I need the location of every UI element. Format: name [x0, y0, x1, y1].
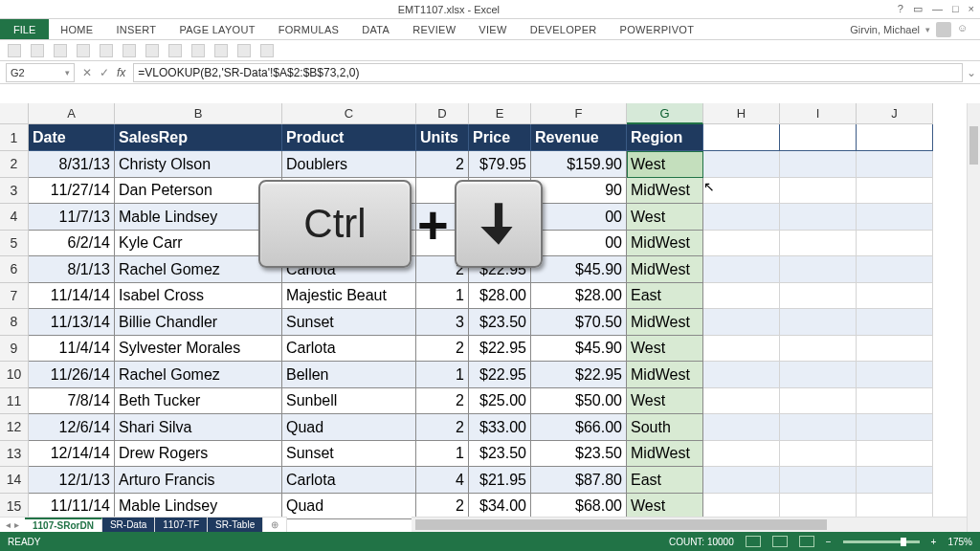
cell[interactable]: 2 [416, 414, 469, 441]
row-header[interactable]: 2 [0, 151, 29, 178]
cell[interactable]: Beth Tucker [115, 388, 282, 415]
column-header[interactable]: D [416, 103, 469, 124]
cell[interactable]: South [627, 414, 703, 441]
cell[interactable] [703, 309, 780, 336]
cell[interactable] [857, 414, 933, 441]
expand-formula-icon[interactable]: ⌄ [963, 66, 980, 79]
cell[interactable]: Christy Olson [115, 151, 282, 178]
cell[interactable] [780, 362, 857, 388]
column-header[interactable]: J [857, 103, 933, 124]
cell[interactable] [857, 309, 933, 336]
cell[interactable] [703, 467, 780, 494]
cell[interactable]: $70.50 [531, 309, 627, 336]
tab-view[interactable]: VIEW [467, 19, 518, 39]
horizontal-scrollbar[interactable] [412, 517, 967, 532]
column-header[interactable]: B [115, 103, 282, 124]
name-box[interactable]: G2 ▾ [6, 63, 75, 82]
cell[interactable] [857, 362, 933, 388]
cell[interactable] [857, 494, 933, 520]
sheet-tab[interactable]: SR-Data [102, 518, 155, 532]
zoom-in-icon[interactable]: + [931, 537, 937, 547]
fx-icon[interactable]: fx [117, 66, 125, 79]
header-cell[interactable]: Region [627, 124, 703, 151]
tab-home[interactable]: HOME [49, 19, 104, 39]
header-cell[interactable]: Revenue [531, 124, 627, 151]
cell[interactable]: 00 [531, 231, 627, 257]
cell[interactable] [857, 204, 933, 231]
cell[interactable]: $79.95 [469, 151, 531, 178]
cancel-formula-icon[interactable]: ✕ [82, 66, 92, 79]
cell[interactable]: 2 [416, 388, 469, 415]
qat-item[interactable] [168, 44, 182, 57]
cell[interactable] [703, 388, 780, 415]
cell[interactable] [857, 441, 933, 468]
view-page-layout-icon[interactable] [772, 536, 788, 547]
sheet-tab-active[interactable]: 1107-SRorDN [25, 518, 102, 532]
cell[interactable] [703, 336, 780, 363]
cell[interactable]: 11/11/14 [29, 494, 115, 520]
cell[interactable]: Arturo Francis [115, 467, 282, 494]
cell[interactable]: Carlota [282, 336, 416, 363]
cell[interactable]: Sunbell [282, 388, 416, 415]
row-header[interactable]: 13 [0, 441, 29, 468]
cell[interactable]: 1 [416, 441, 469, 468]
cell[interactable] [780, 178, 857, 205]
cell[interactable] [780, 494, 857, 520]
qat-item[interactable] [122, 44, 136, 57]
cell[interactable]: $45.90 [531, 256, 627, 283]
cell[interactable]: MidWest [627, 231, 703, 257]
cell[interactable]: Bellen [282, 362, 416, 388]
row-header[interactable]: 11 [0, 388, 29, 415]
cell[interactable] [282, 231, 416, 257]
column-header[interactable]: A [29, 103, 115, 124]
select-all-corner[interactable] [0, 103, 29, 124]
cell[interactable]: MidWest [627, 178, 703, 205]
zoom-knob[interactable] [901, 538, 906, 546]
cell[interactable]: 11/4/14 [29, 336, 115, 363]
column-header[interactable]: G [627, 103, 703, 124]
cell[interactable]: MidWest [627, 362, 703, 388]
cell[interactable] [282, 204, 416, 231]
cell[interactable]: $23.50 [469, 441, 531, 468]
vertical-scrollbar[interactable] [967, 103, 980, 532]
cell[interactable] [780, 151, 857, 178]
cell[interactable] [857, 151, 933, 178]
cell[interactable]: 11/27/14 [29, 178, 115, 205]
cell[interactable]: 7/8/14 [29, 388, 115, 415]
row-header[interactable]: 4 [0, 204, 29, 231]
cell[interactable]: $33.00 [469, 414, 531, 441]
minimize-icon[interactable]: — [932, 3, 943, 15]
cell[interactable]: Carlota [282, 256, 416, 283]
scrollbar-thumb[interactable] [969, 126, 978, 165]
cell[interactable]: $28.00 [531, 283, 627, 310]
row-header[interactable]: 5 [0, 231, 29, 257]
tab-formulas[interactable]: FORMULAS [267, 19, 351, 39]
tab-powerpivot[interactable]: POWERPIVOT [609, 19, 706, 39]
cell[interactable]: Drew Rogers [115, 441, 282, 468]
cell[interactable]: $33. [469, 231, 531, 257]
enter-formula-icon[interactable]: ✓ [100, 66, 109, 79]
zoom-level[interactable]: 175% [947, 537, 972, 547]
cell[interactable] [857, 231, 933, 257]
cell[interactable] [857, 124, 933, 151]
cell[interactable]: West [627, 336, 703, 363]
cell[interactable]: 25. [469, 204, 531, 231]
cell[interactable]: Dan Peterson [115, 178, 282, 205]
cell[interactable] [780, 467, 857, 494]
tab-review[interactable]: REVIEW [401, 19, 467, 39]
row-header[interactable]: 8 [0, 309, 29, 336]
header-cell[interactable]: SalesRep [115, 124, 282, 151]
cell[interactable] [780, 388, 857, 415]
cell[interactable]: 11/13/14 [29, 309, 115, 336]
cell[interactable]: 12/1/13 [29, 467, 115, 494]
zoom-slider[interactable] [843, 540, 920, 543]
cell[interactable]: 2 [416, 336, 469, 363]
row-header[interactable]: 7 [0, 283, 29, 310]
cell[interactable]: Shari Silva [115, 414, 282, 441]
cell[interactable]: $23.50 [531, 441, 627, 468]
cell[interactable]: $21.95 [469, 467, 531, 494]
cell[interactable]: Sylvester Morales [115, 336, 282, 363]
cell[interactable]: MidWest [627, 441, 703, 468]
cell[interactable]: $22.95 [469, 336, 531, 363]
view-normal-icon[interactable] [746, 536, 761, 547]
